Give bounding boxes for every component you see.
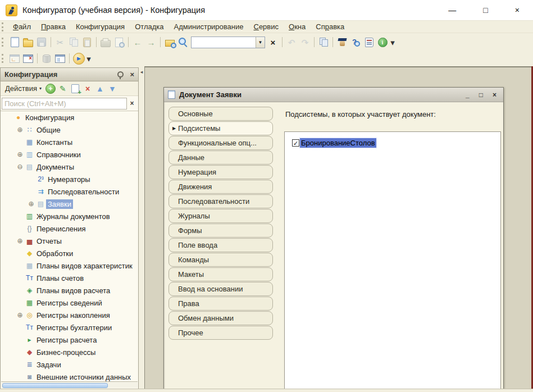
- toolbar-button[interactable]: [317, 35, 330, 49]
- dialog-tab[interactable]: Функциональные опц...: [168, 136, 273, 150]
- scrollbar-thumb[interactable]: [2, 383, 108, 388]
- expand-toggle-icon[interactable]: ⊕: [27, 200, 35, 208]
- panel-close-icon[interactable]: ×: [130, 70, 134, 79]
- tree-item[interactable]: ● Конфигурация: [1, 111, 138, 124]
- tree-item[interactable]: ◈ Планы видов расчета: [1, 284, 138, 297]
- tree-item[interactable]: ⇉ Последовательности: [1, 185, 138, 198]
- tree-item[interactable]: ⊖ ▤ Документы: [1, 161, 138, 173]
- menu-item[interactable]: Отладка: [130, 21, 168, 33]
- toolbar-button[interactable]: [21, 52, 35, 65]
- dialog-tab[interactable]: Ввод на основании: [168, 282, 273, 296]
- dialog-tab[interactable]: Движения: [168, 180, 273, 194]
- expand-toggle-icon[interactable]: ⊕: [16, 237, 24, 245]
- actions-menu-button[interactable]: Действия ▾: [3, 84, 44, 93]
- combobox-dropdown-icon[interactable]: ▼: [256, 37, 265, 48]
- search-combobox[interactable]: ▼: [191, 37, 265, 48]
- menu-item[interactable]: Администрирование: [169, 21, 249, 33]
- menu-item[interactable]: Окна: [284, 21, 311, 33]
- tree-horizontal-scrollbar[interactable]: [1, 381, 138, 388]
- toolbar-button[interactable]: [8, 52, 21, 65]
- toolbar-button[interactable]: [362, 35, 376, 49]
- tree-item[interactable]: ≣ Задачи: [1, 358, 138, 371]
- toolbar-button[interactable]: ↶: [285, 35, 298, 49]
- menu-item[interactable]: Правка: [36, 21, 71, 33]
- search-input[interactable]: [2, 98, 127, 110]
- action-button[interactable]: [69, 83, 81, 94]
- toolbar-button[interactable]: [21, 35, 35, 49]
- dialog-tab[interactable]: ▶ Подсистемы: [168, 121, 273, 135]
- toolbar-button[interactable]: [376, 35, 389, 49]
- toolbar-button[interactable]: [80, 35, 94, 49]
- toolbar-button[interactable]: ←: [131, 35, 144, 49]
- tree-item[interactable]: {} Перечисления: [1, 222, 138, 235]
- toolbar-button[interactable]: [176, 35, 190, 49]
- expand-toggle-icon[interactable]: ⊕: [16, 126, 24, 134]
- dialog-titlebar[interactable]: Документ Заявки _□×: [164, 88, 503, 102]
- tree-item[interactable]: ⊕ ▥ Справочники: [1, 148, 138, 161]
- dialog-tab[interactable]: Журналы: [168, 209, 273, 223]
- toolbar-button[interactable]: ↷: [298, 35, 312, 49]
- dialog-close-button[interactable]: ×: [493, 91, 496, 99]
- tree-item[interactable]: ⊕ ∷ Общие: [1, 124, 138, 136]
- dialog-tab[interactable]: Макеты: [168, 267, 273, 281]
- tree-item[interactable]: ▥ Журналы документов: [1, 210, 138, 222]
- toolbar-button[interactable]: [99, 35, 112, 49]
- menu-item[interactable]: Справка: [311, 21, 349, 33]
- tree-item[interactable]: ◆ Бизнес-процессы: [1, 346, 138, 358]
- expand-toggle-icon[interactable]: ⊕: [16, 311, 24, 319]
- subsystem-item[interactable]: ✓ БронированиеСтолов: [292, 138, 500, 148]
- toolbar-button[interactable]: [40, 52, 53, 65]
- collapse-panel-icon[interactable]: ◂: [139, 69, 144, 75]
- toolbar-button[interactable]: [163, 35, 176, 49]
- subsystem-checkbox[interactable]: ✓: [292, 139, 299, 147]
- toolbar-button[interactable]: [35, 35, 48, 49]
- dialog-tab[interactable]: Обмен данными: [168, 311, 273, 325]
- close-button[interactable]: ×: [515, 6, 520, 15]
- search-clear-icon[interactable]: ×: [127, 99, 137, 107]
- toolbar-button[interactable]: ▾: [85, 52, 92, 65]
- tree-item[interactable]: ◆ Обработки: [1, 247, 138, 259]
- action-button[interactable]: ▲: [94, 83, 106, 94]
- toolbar-button[interactable]: [349, 35, 362, 49]
- expand-toggle-icon[interactable]: ⊖: [16, 163, 24, 171]
- dialog-minimize-button[interactable]: _: [466, 91, 470, 99]
- menu-item[interactable]: Файл: [8, 21, 36, 33]
- action-button[interactable]: ×: [81, 83, 94, 94]
- dialog-tab[interactable]: Поле ввода: [168, 238, 273, 252]
- toolbar-button[interactable]: [53, 52, 67, 65]
- dialog-tab[interactable]: Нумерация: [168, 165, 273, 179]
- dialog-tab[interactable]: Последовательности: [168, 194, 273, 208]
- tree-item[interactable]: ▸ Регистры расчета: [1, 334, 138, 346]
- minimize-button[interactable]: —: [448, 6, 456, 15]
- toolbar-button[interactable]: [72, 52, 85, 65]
- menu-item[interactable]: Сервис: [249, 21, 284, 33]
- action-button[interactable]: [44, 83, 57, 94]
- dialog-tab[interactable]: Основные: [168, 107, 273, 121]
- toolbar-button[interactable]: [67, 35, 80, 49]
- toolbar-button[interactable]: ▾: [389, 35, 396, 49]
- dialog-tab[interactable]: Команды: [168, 253, 273, 267]
- action-button[interactable]: ▼: [106, 83, 119, 94]
- toolbar-button[interactable]: [112, 35, 126, 49]
- toolbar-button[interactable]: [335, 35, 349, 49]
- toolbar-button[interactable]: ×: [266, 35, 280, 49]
- toolbar-button[interactable]: ✂: [53, 35, 67, 49]
- subsystems-listbox[interactable]: ✓ БронированиеСтолов: [284, 131, 501, 389]
- tree-item[interactable]: ⊕ ◎ Регистры накопления: [1, 309, 138, 321]
- dialog-tab[interactable]: Прочее: [168, 326, 273, 340]
- pin-icon[interactable]: [117, 71, 124, 78]
- tree-item[interactable]: ▦ Регистры сведений: [1, 297, 138, 309]
- toolbar-button[interactable]: →: [144, 35, 158, 49]
- toolbar-button[interactable]: [8, 35, 21, 49]
- tree-item[interactable]: ▦ Константы: [1, 136, 138, 148]
- tree-item[interactable]: Тт Регистры бухгалтерии: [1, 321, 138, 334]
- action-button[interactable]: ✎: [57, 83, 69, 94]
- tree-item[interactable]: ⊕ ▤ Заявки: [1, 198, 138, 210]
- tree-item[interactable]: ▦ Планы видов характеристик: [1, 259, 138, 272]
- dialog-tab[interactable]: Формы: [168, 224, 273, 238]
- tree-item[interactable]: 2³ Нумераторы: [1, 173, 138, 185]
- dialog-tab[interactable]: Данные: [168, 151, 273, 165]
- panel-splitter[interactable]: ◂: [139, 67, 144, 389]
- dialog-maximize-button[interactable]: □: [479, 91, 483, 99]
- tree-item[interactable]: ◙ Внешние источники данных: [1, 371, 138, 381]
